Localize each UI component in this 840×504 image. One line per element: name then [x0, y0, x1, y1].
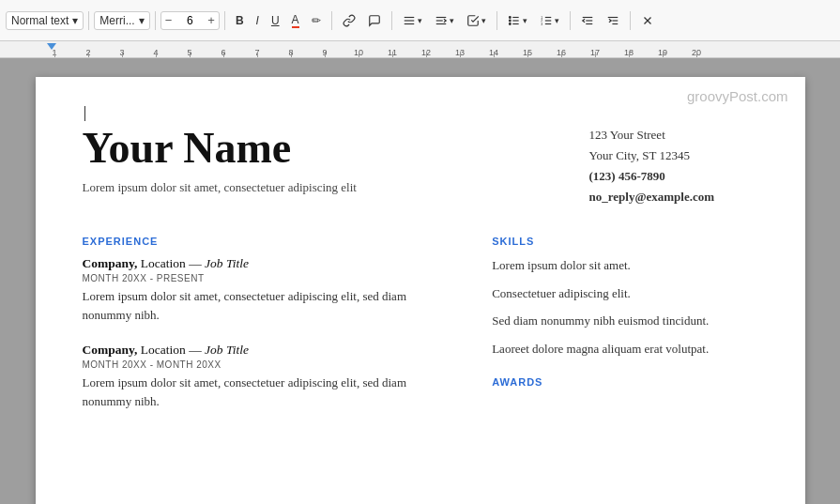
- job-2-date: MONTH 20XX - MONTH 20XX: [83, 359, 455, 370]
- contact-phone: (123) 456-7890: [589, 166, 758, 187]
- ruler-inner: 1 2 3 4 5 6 7 8 9 10 11 12 13 14 15 16 1…: [38, 41, 840, 57]
- sep-1: [88, 11, 89, 30]
- skill-3: Sed diam nonummy nibh euismod tincidunt.: [492, 312, 757, 330]
- font-family-dropdown[interactable]: Merri... ▾: [94, 11, 149, 30]
- list-group: ▾ 123 ▾: [502, 10, 565, 31]
- font-family-label: Merri...: [99, 14, 134, 27]
- sep-4: [331, 11, 332, 30]
- ruler-marks: 1 2 3 4 5 6 7 8 9 10 11 12 13 14 15 16 1…: [38, 41, 713, 57]
- contact-email: no_reply@example.com: [589, 187, 758, 207]
- paragraph-style-label: Normal text: [11, 14, 69, 27]
- page[interactable]: groovyPost.com Your Name Lorem ipsum dol…: [36, 77, 805, 504]
- job-2: Company, Location — Job Title MONTH 20XX…: [83, 343, 455, 410]
- awards-title: AWARDS: [492, 376, 757, 388]
- decrease-font-size-button[interactable]: −: [161, 12, 176, 28]
- sep-3: [224, 11, 225, 30]
- toolbar: Normal text ▾ Merri... ▾ − + B I U A ✏: [0, 0, 840, 41]
- decrease-indent-icon: [581, 14, 594, 27]
- clear-group: [635, 10, 660, 31]
- sep-8: [630, 11, 631, 30]
- job-1-date: MONTH 20XX - PRESENT: [83, 273, 455, 283]
- clear-formatting-button[interactable]: [635, 10, 660, 31]
- ruler-mark-11: 11: [375, 48, 409, 57]
- numbered-list-arrow: ▾: [555, 16, 559, 25]
- decrease-indent-button[interactable]: [575, 10, 600, 31]
- contact-city: Your City, ST 12345: [589, 145, 758, 166]
- ruler-mark-17: 17: [578, 48, 612, 57]
- paragraph-style-arrow: ▾: [72, 14, 78, 27]
- job-1-desc: Lorem ipsum dolor sit amet, consectetuer…: [83, 287, 455, 324]
- contact-street: 123 Your Street: [589, 125, 758, 145]
- comment-button[interactable]: [362, 10, 387, 31]
- resume-name-block: Your Name Lorem ipsum dolor sit amet, co…: [83, 125, 357, 195]
- font-group: Merri... ▾: [94, 11, 149, 30]
- increase-indent-button[interactable]: [601, 10, 625, 31]
- job-2-company: Company,: [83, 343, 138, 357]
- svg-text:3: 3: [541, 22, 542, 25]
- job-1-location-title: Location —: [137, 256, 205, 270]
- resume-header: Your Name Lorem ipsum dolor sit amet, co…: [83, 125, 758, 207]
- ruler-mark-12: 12: [409, 48, 443, 57]
- link-button[interactable]: [337, 10, 361, 31]
- ruler-mark-18: 18: [612, 48, 646, 57]
- line-spacing-arrow: ▾: [450, 16, 454, 25]
- align-group: ▾ ▾ ▾: [397, 10, 492, 31]
- highlight-button[interactable]: ✏: [306, 10, 327, 31]
- ruler-mark-20: 20: [680, 48, 713, 57]
- font-size-group: − +: [160, 11, 220, 30]
- watermark: groovyPost.com: [687, 88, 788, 104]
- bold-button[interactable]: B: [230, 10, 250, 31]
- checklist-button[interactable]: ▾: [461, 10, 492, 31]
- ruler-mark-6: 6: [206, 48, 240, 57]
- job-1: Company, Location — Job Title MONTH 20XX…: [83, 256, 455, 324]
- bullet-list-arrow: ▾: [523, 16, 527, 25]
- indent-group: [575, 10, 625, 31]
- align-icon: [403, 14, 416, 27]
- ruler-mark-4: 4: [139, 48, 173, 57]
- font-size-input[interactable]: [176, 12, 203, 29]
- ruler-mark-5: 5: [173, 48, 206, 57]
- text-format-group: B I U A ✏: [230, 9, 327, 32]
- align-button[interactable]: ▾: [397, 10, 428, 31]
- job-2-desc: Lorem ipsum dolor sit amet, consectetuer…: [83, 374, 455, 410]
- line-spacing-button[interactable]: ▾: [429, 10, 460, 31]
- link-icon: [343, 14, 356, 27]
- skill-1: Lorem ipsum dolor sit amet.: [492, 256, 757, 275]
- ruler-mark-14: 14: [477, 48, 511, 57]
- svg-point-10: [509, 20, 511, 22]
- align-arrow: ▾: [418, 16, 422, 25]
- job-2-title-line: Company, Location — Job Title: [83, 343, 455, 358]
- increase-font-size-button[interactable]: +: [204, 12, 219, 28]
- job-1-title-line: Company, Location — Job Title: [83, 256, 455, 271]
- experience-title: EXPERIENCE: [83, 236, 455, 247]
- italic-button[interactable]: I: [251, 10, 265, 31]
- bullet-list-button[interactable]: ▾: [502, 10, 533, 31]
- style-group: Normal text ▾: [6, 11, 84, 30]
- job-1-company: Company,: [83, 256, 138, 270]
- ruler: 1 2 3 4 5 6 7 8 9 10 11 12 13 14 15 16 1…: [0, 41, 840, 58]
- checklist-arrow: ▾: [481, 16, 486, 25]
- sep-2: [155, 11, 156, 30]
- font-family-arrow: ▾: [139, 14, 145, 27]
- font-color-button[interactable]: A: [286, 9, 305, 32]
- paragraph-style-dropdown[interactable]: Normal text ▾: [6, 11, 84, 30]
- skill-4: Laoreet dolore magna aliquam erat volutp…: [492, 340, 757, 359]
- ruler-mark-16: 16: [544, 48, 578, 57]
- insert-group: [337, 10, 387, 31]
- ruler-mark-15: 15: [511, 48, 544, 57]
- resume-name: Your Name: [83, 125, 357, 173]
- clear-formatting-icon: [641, 14, 654, 27]
- ruler-mark-13: 13: [443, 48, 477, 57]
- ruler-mark-19: 19: [646, 48, 680, 57]
- line-spacing-icon: [435, 14, 448, 27]
- underline-button[interactable]: U: [266, 10, 285, 31]
- increase-indent-icon: [606, 14, 619, 27]
- skills-title: SKILLS: [492, 236, 757, 247]
- numbered-list-button[interactable]: 123 ▾: [534, 10, 565, 31]
- sep-5: [391, 11, 392, 30]
- svg-point-11: [509, 23, 511, 24]
- document-area: groovyPost.com Your Name Lorem ipsum dol…: [0, 58, 840, 504]
- job-2-location-title: Location —: [137, 343, 205, 357]
- job-2-jobtitle: Job Title: [205, 343, 249, 357]
- ruler-mark-3: 3: [105, 48, 139, 57]
